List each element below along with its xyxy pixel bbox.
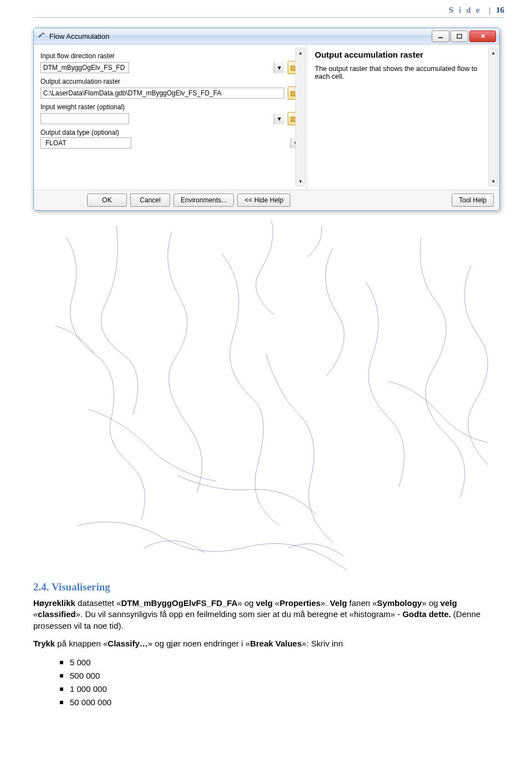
- scroll-up-icon[interactable]: ▴: [489, 48, 498, 57]
- list-item: 5 000: [60, 656, 504, 669]
- output-type-label: Output data type (optional): [40, 129, 301, 136]
- svg-rect-0: [42, 33, 45, 34]
- t: classified: [38, 609, 75, 619]
- input-flow-dir-label: Input flow direction raster: [40, 52, 301, 60]
- minimize-button[interactable]: [432, 30, 449, 42]
- parameters-pane: Input flow direction raster ▾ Output acc…: [34, 44, 307, 190]
- section-title: Visualisering: [52, 581, 110, 593]
- dialog-button-bar: OK Cancel Environments... << Hide Help T…: [34, 190, 499, 210]
- help-title: Output accumulation raster: [315, 50, 492, 59]
- t: DTM_mByggOgElvFS_FD_FA: [121, 598, 237, 608]
- list-item: 1 000 000: [60, 682, 504, 696]
- chevron-down-icon[interactable]: ▾: [274, 62, 284, 73]
- t: » og: [237, 598, 255, 608]
- flow-accumulation-dialog: Flow Accumulation ✕ Input flow direction…: [33, 28, 500, 211]
- cancel-button[interactable]: Cancel: [130, 193, 170, 207]
- input-flow-dir-field[interactable]: [40, 62, 129, 73]
- t: på knappen «: [55, 639, 108, 648]
- t: ».: [321, 598, 330, 608]
- help-text: The output raster that shows the accumul…: [315, 65, 492, 80]
- t: »: Skriv inn: [302, 639, 343, 648]
- t: velg: [441, 598, 457, 608]
- paragraph-1: Høyreklikk datasettet «DTM_mByggOgElvFS_…: [33, 598, 504, 631]
- scroll-up-icon[interactable]: ▴: [296, 48, 305, 57]
- close-button[interactable]: ✕: [469, 30, 496, 42]
- svg-rect-1: [438, 37, 443, 38]
- scroll-down-icon[interactable]: ▾: [489, 177, 498, 186]
- flow-accumulation-image: [33, 215, 499, 570]
- page-number: 16: [496, 6, 504, 14]
- scrollbar[interactable]: ▴ ▾: [488, 48, 498, 186]
- tool-help-button[interactable]: Tool Help: [452, 193, 494, 207]
- page-header: S i d e | 16: [33, 6, 504, 18]
- t: » og: [422, 598, 440, 608]
- maximize-button[interactable]: [451, 30, 468, 42]
- ok-button[interactable]: OK: [87, 193, 127, 207]
- input-weight-label: Input weight raster (optional): [40, 103, 301, 111]
- t: Symbology: [377, 598, 422, 608]
- t: Break Values: [250, 639, 301, 648]
- input-weight-field[interactable]: [40, 113, 129, 124]
- environments-button[interactable]: Environments...: [173, 193, 234, 207]
- t: Trykk: [33, 639, 55, 648]
- dialog-title: Flow Accumulation: [49, 32, 109, 40]
- t: » og gjør noen endringer i «: [148, 639, 250, 648]
- t: Classify…: [108, 639, 148, 648]
- page-label: S i d e: [449, 6, 482, 14]
- t: Properties: [279, 598, 320, 608]
- scrollbar[interactable]: ▴ ▾: [295, 48, 305, 186]
- t: datasettet «: [75, 598, 121, 608]
- help-pane: Output accumulation raster The output ra…: [307, 44, 499, 190]
- list-item: 500 000: [60, 669, 504, 682]
- scroll-down-icon[interactable]: ▾: [296, 177, 305, 186]
- t: ». Du vil sannsynligvis få opp en feilme…: [76, 609, 402, 619]
- list-item: 50 000 000: [60, 696, 504, 709]
- section-heading: 2.4. Visualisering: [33, 581, 504, 593]
- output-accum-label: Output accumulation raster: [40, 78, 301, 85]
- t: «: [273, 598, 280, 608]
- titlebar[interactable]: Flow Accumulation ✕: [34, 28, 499, 44]
- t: velg: [256, 598, 273, 608]
- paragraph-2: Trykk på knappen «Classify…» og gjør noe…: [33, 638, 504, 649]
- output-accum-field[interactable]: [40, 88, 284, 99]
- t: Velg: [330, 598, 347, 608]
- section-number: 2.4.: [33, 581, 49, 593]
- break-values-list: 5 000 500 000 1 000 000 50 000 000: [33, 656, 504, 709]
- output-type-field[interactable]: [40, 137, 131, 149]
- t: Høyreklikk: [33, 598, 75, 608]
- t: Godta dette.: [402, 609, 451, 619]
- svg-rect-2: [457, 34, 462, 38]
- t: fanen «: [347, 598, 377, 608]
- chevron-down-icon[interactable]: ▾: [274, 113, 284, 124]
- hammer-icon: [37, 32, 46, 40]
- hide-help-button[interactable]: << Hide Help: [237, 193, 290, 207]
